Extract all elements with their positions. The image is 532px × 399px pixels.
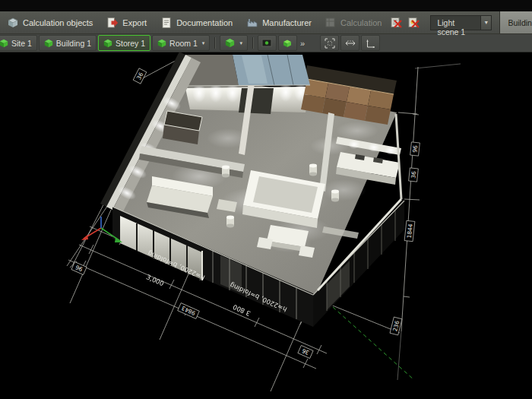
render-mode-button[interactable] xyxy=(258,35,277,51)
calculation-objects-icon xyxy=(7,17,19,29)
toolbar-label: Documentation xyxy=(176,18,233,27)
toolbar-button-documentation[interactable]: Documentation xyxy=(154,11,239,33)
light-scene-value: Light scene 1 xyxy=(430,15,480,30)
fit-selection-button[interactable] xyxy=(320,35,339,51)
green-cube-icon xyxy=(225,38,235,48)
toolbar-label: Export xyxy=(122,18,147,27)
manufacturer-icon xyxy=(246,17,258,29)
mode-panel-label: Building and outdoor xyxy=(508,18,532,27)
documentation-icon xyxy=(160,17,173,29)
ctx-button-building[interactable]: Building 1 xyxy=(39,35,97,51)
ctx-label: Site 1 xyxy=(11,39,32,48)
view-cube-button[interactable]: ▾ xyxy=(220,35,248,51)
dimension-label: 1844 xyxy=(404,220,415,241)
svg-text:36: 36 xyxy=(410,171,417,179)
ctx-button-site[interactable]: Site 1 xyxy=(0,35,37,51)
green-cube-icon xyxy=(157,39,166,48)
calculation-button-disabled: Calculation xyxy=(318,17,388,29)
main-toolbar: Calculation objects Export Documentation… xyxy=(0,11,532,34)
viewport-3d[interactable]: 36963,000h=2200, b=folding9843h=2200, b=… xyxy=(0,52,532,399)
dropdown-arrow-icon: ▾ xyxy=(202,40,205,46)
fit-selection-icon xyxy=(325,38,335,49)
light-scene-invalid-icon[interactable] xyxy=(407,16,420,29)
ctx-label: Room 1 xyxy=(169,39,198,48)
dropdown-arrow-icon: ▾ xyxy=(239,40,242,46)
light-view-button[interactable] xyxy=(278,35,297,51)
render-mode-icon xyxy=(261,38,272,49)
overflow-chevron[interactable]: » xyxy=(298,39,307,48)
svg-text:96: 96 xyxy=(411,145,419,154)
coordinate-axes-icon xyxy=(366,38,376,49)
calculation-icon xyxy=(325,17,337,29)
measure-button[interactable] xyxy=(340,35,359,51)
green-cube-icon xyxy=(0,39,8,48)
light-scene-dropdown-arrow[interactable]: ▾ xyxy=(480,15,492,30)
toolbar-label: Manufacturer xyxy=(262,18,312,27)
light-view-icon xyxy=(282,38,293,49)
toolbar-button-manufacturer[interactable]: Manufacturer xyxy=(239,11,318,33)
light-scene-select[interactable]: Light scene 1 ▾ xyxy=(430,15,492,30)
results-invalid-icon[interactable] xyxy=(390,16,403,29)
dimension-label: 36 xyxy=(409,168,419,182)
ctx-button-room[interactable]: Room 1 ▾ xyxy=(152,35,210,51)
roof-slab xyxy=(179,55,310,87)
measure-icon xyxy=(345,38,356,49)
ctx-button-storey[interactable]: Storey 1 xyxy=(98,35,150,51)
coordinate-axes-button[interactable] xyxy=(361,35,380,51)
scene-svg: 36963,000h=2200, b=folding9843h=2200, b=… xyxy=(0,52,532,399)
export-icon xyxy=(106,17,119,29)
dimension-label: 96 xyxy=(410,142,420,156)
green-cube-icon xyxy=(103,39,112,48)
calculation-label: Calculation xyxy=(340,18,382,27)
toolbar-button-export[interactable]: Export xyxy=(100,11,154,33)
context-toolbar: Site 1 Building 1 Storey 1 Room 1 ▾ ▾ » xyxy=(0,34,532,52)
separator xyxy=(252,37,253,49)
ctx-label: Storey 1 xyxy=(116,39,145,48)
window-top-strip xyxy=(0,0,532,11)
separator xyxy=(214,37,215,49)
mode-panel-building-and-outdoor[interactable]: Building and outdoor xyxy=(499,11,532,33)
green-cube-icon xyxy=(44,39,53,48)
toolbar-button-calculation-objects[interactable]: Calculation objects xyxy=(0,11,100,33)
ctx-label: Building 1 xyxy=(56,39,91,48)
toolbar-label: Calculation objects xyxy=(23,18,93,27)
